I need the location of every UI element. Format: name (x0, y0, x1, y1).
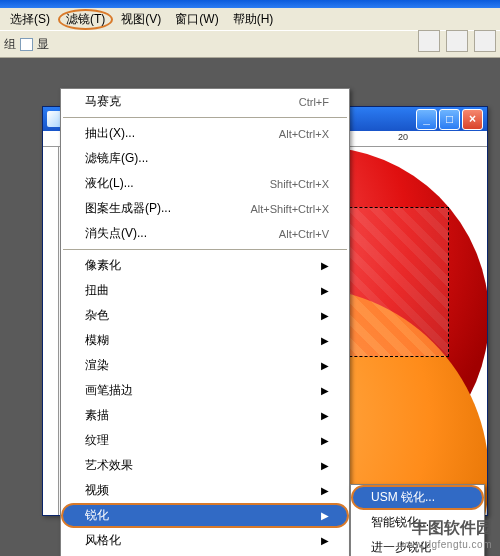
ruler-vertical (43, 147, 59, 515)
menu-label: 抽出(X)... (85, 125, 135, 142)
workspace: 8#) _ □ × 20 马赛克 Ctrl+F 抽出(X)... Alt+Ctr… (0, 58, 500, 556)
menu-item-noise[interactable]: 杂色 ▶ (61, 303, 349, 328)
watermark: 丰图软件园 www.dgfengtu.com (400, 518, 493, 550)
menu-separator (63, 249, 347, 250)
window-controls: _ □ × (416, 109, 483, 130)
menu-label: 锐化 (85, 507, 109, 524)
menu-label: 模糊 (85, 332, 109, 349)
menu-label: 滤镜库(G)... (85, 150, 148, 167)
submenu-arrow-icon: ▶ (321, 460, 329, 471)
menu-label: 液化(L)... (85, 175, 134, 192)
menu-item-mosaic[interactable]: 马赛克 Ctrl+F (61, 89, 349, 114)
menu-item-artistic[interactable]: 艺术效果 ▶ (61, 453, 349, 478)
menu-label: 渲染 (85, 357, 109, 374)
menu-item-pattern[interactable]: 图案生成器(P)... Alt+Shift+Ctrl+X (61, 196, 349, 221)
app-titlebar (0, 0, 500, 8)
menu-item-blur[interactable]: 模糊 ▶ (61, 328, 349, 353)
menu-view[interactable]: 视图(V) (115, 9, 167, 30)
ruler-tick: 20 (398, 132, 408, 142)
menu-item-brush[interactable]: 画笔描边 ▶ (61, 378, 349, 403)
menu-label: 画笔描边 (85, 382, 133, 399)
left-sidebar (0, 58, 42, 556)
submenu-arrow-icon: ▶ (321, 485, 329, 496)
tool-icon-2[interactable] (446, 30, 468, 52)
group-label: 组 (4, 36, 16, 53)
submenu-item-usm[interactable]: USM 锐化... (351, 485, 484, 510)
tool-icon-1[interactable] (418, 30, 440, 52)
menu-filter[interactable]: 滤镜(T) (58, 9, 113, 30)
menu-item-stylize[interactable]: 风格化 ▶ (61, 528, 349, 553)
menu-label: 马赛克 (85, 93, 121, 110)
minimize-button[interactable]: _ (416, 109, 437, 130)
menu-select[interactable]: 选择(S) (4, 9, 56, 30)
menu-separator (63, 117, 347, 118)
toolbar-icons (418, 30, 496, 52)
submenu-arrow-icon: ▶ (321, 335, 329, 346)
filter-menu: 马赛克 Ctrl+F 抽出(X)... Alt+Ctrl+X 滤镜库(G)...… (60, 88, 350, 556)
menu-label: 素描 (85, 407, 109, 424)
watermark-url: www.dgfengtu.com (400, 539, 493, 550)
menu-item-gallery[interactable]: 滤镜库(G)... (61, 146, 349, 171)
menu-label: 艺术效果 (85, 457, 133, 474)
menu-label: USM 锐化... (371, 489, 435, 506)
submenu-arrow-icon: ▶ (321, 360, 329, 371)
menu-shortcut: Alt+Shift+Ctrl+X (250, 203, 329, 215)
menu-item-liquify[interactable]: 液化(L)... Shift+Ctrl+X (61, 171, 349, 196)
menu-label: 风格化 (85, 532, 121, 549)
menu-window[interactable]: 窗口(W) (169, 9, 224, 30)
menu-item-distort[interactable]: 扭曲 ▶ (61, 278, 349, 303)
menu-label: 消失点(V)... (85, 225, 147, 242)
submenu-arrow-icon: ▶ (321, 535, 329, 546)
menu-item-texture[interactable]: 纹理 ▶ (61, 428, 349, 453)
menu-item-sharpen[interactable]: 锐化 ▶ (61, 503, 349, 528)
menu-shortcut: Alt+Ctrl+X (279, 128, 329, 140)
submenu-arrow-icon: ▶ (321, 385, 329, 396)
menu-shortcut: Shift+Ctrl+X (270, 178, 329, 190)
menu-label: 扭曲 (85, 282, 109, 299)
menu-shortcut: Ctrl+F (299, 96, 329, 108)
options-bar: 组 显 (0, 30, 500, 58)
watermark-text: 丰图软件园 (400, 518, 493, 539)
maximize-button[interactable]: □ (439, 109, 460, 130)
menu-item-video[interactable]: 视频 ▶ (61, 478, 349, 503)
submenu-arrow-icon: ▶ (321, 435, 329, 446)
checkbox[interactable] (20, 38, 33, 51)
submenu-arrow-icon: ▶ (321, 510, 329, 521)
submenu-arrow-icon: ▶ (321, 285, 329, 296)
menu-item-extract[interactable]: 抽出(X)... Alt+Ctrl+X (61, 121, 349, 146)
menu-item-render[interactable]: 渲染 ▶ (61, 353, 349, 378)
menu-label: 纹理 (85, 432, 109, 449)
submenu-arrow-icon: ▶ (321, 310, 329, 321)
menubar: 选择(S) 滤镜(T) 视图(V) 窗口(W) 帮助(H) (0, 8, 500, 30)
tool-icon-3[interactable] (474, 30, 496, 52)
display-label: 显 (37, 36, 49, 53)
menu-label: 图案生成器(P)... (85, 200, 171, 217)
menu-label: 视频 (85, 482, 109, 499)
menu-help[interactable]: 帮助(H) (227, 9, 280, 30)
menu-label: 杂色 (85, 307, 109, 324)
submenu-arrow-icon: ▶ (321, 260, 329, 271)
menu-item-vanishing[interactable]: 消失点(V)... Alt+Ctrl+V (61, 221, 349, 246)
submenu-arrow-icon: ▶ (321, 410, 329, 421)
menu-shortcut: Alt+Ctrl+V (279, 228, 329, 240)
menu-item-sketch[interactable]: 素描 ▶ (61, 403, 349, 428)
close-button[interactable]: × (462, 109, 483, 130)
menu-item-pixelate[interactable]: 像素化 ▶ (61, 253, 349, 278)
selection-marquee[interactable] (334, 207, 449, 357)
menu-label: 像素化 (85, 257, 121, 274)
